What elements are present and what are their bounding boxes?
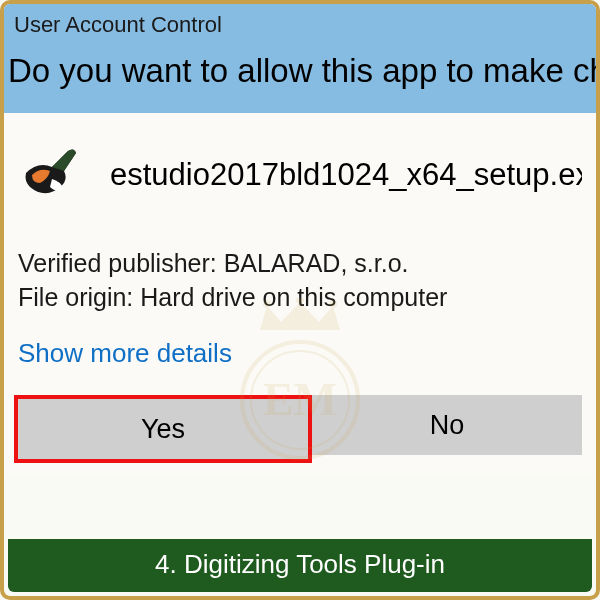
origin-label: File origin: [18,283,133,311]
app-filename: estudio2017bld1024_x64_setup.exe [110,157,582,193]
publisher-label: Verified publisher: [18,249,217,277]
uac-title-bar: User Account Control [4,4,596,46]
no-button[interactable]: No [312,395,582,455]
origin-value: Hard drive on this computer [140,283,447,311]
publisher-info: Verified publisher: BALARAD, s.r.o. File… [18,247,582,315]
show-more-details-link[interactable]: Show more details [18,338,232,369]
publisher-value: BALARAD, s.r.o. [224,249,409,277]
app-icon [18,143,82,207]
uac-title: User Account Control [14,12,222,37]
button-row: Yes No [18,395,582,463]
yes-button[interactable]: Yes [18,399,308,459]
uac-body: EM estudio2017bld1024_x64_setup.exe Veri… [4,113,596,476]
uac-prompt: Do you want to allow this app to make ch… [4,46,596,113]
tutorial-caption: 4. Digitizing Tools Plug-in [8,539,592,592]
